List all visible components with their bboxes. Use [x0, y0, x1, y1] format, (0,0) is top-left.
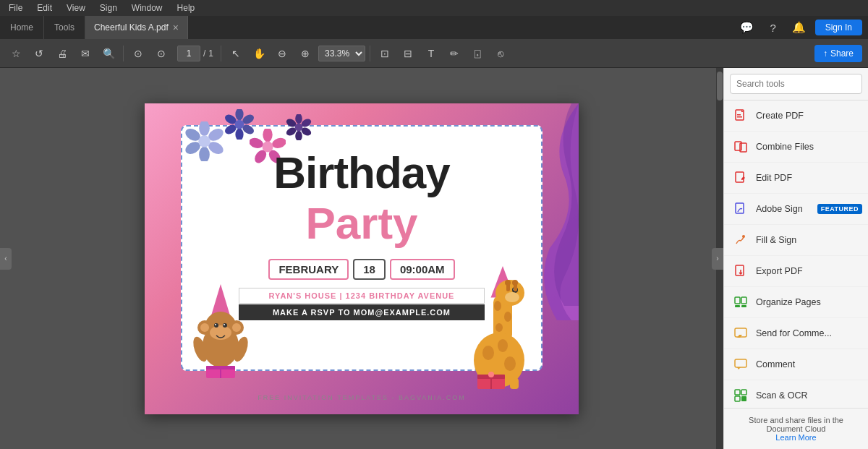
stamp-button[interactable]: ⎋	[490, 43, 511, 64]
svg-rect-80	[735, 305, 740, 307]
svg-point-23	[295, 130, 302, 140]
pdf-viewer[interactable]: ‹	[0, 68, 723, 449]
card-day: 18	[353, 259, 386, 280]
hand-tool-button[interactable]: ✋	[249, 43, 269, 64]
menu-bar: File Edit View Sign Window Help	[0, 0, 868, 16]
svg-point-50	[495, 323, 503, 332]
export-pdf-icon	[733, 263, 749, 279]
tool-item-comment[interactable]: Comment	[724, 349, 868, 380]
zoom-out-button[interactable]: ⊖	[272, 43, 292, 64]
crop-button[interactable]: ⊟	[398, 43, 418, 64]
tool-label-adobe-sign: Adobe Sign	[756, 204, 803, 214]
tool-item-fill-sign[interactable]: Fill & Sign	[724, 225, 868, 256]
prev-page-button[interactable]: ⊙	[128, 43, 148, 64]
svg-rect-84	[735, 390, 740, 395]
pen-tool-button[interactable]: ✏	[444, 43, 464, 64]
help-icon[interactable]: ?	[763, 17, 783, 38]
svg-point-6	[198, 135, 210, 147]
svg-rect-85	[741, 390, 746, 395]
tab-home[interactable]: Home	[0, 16, 44, 39]
fit-page-button[interactable]: ⊡	[375, 43, 395, 64]
rotate-left-button[interactable]: ↺	[29, 43, 49, 64]
tools-footer-text: Store and share files in the Document Cl…	[749, 416, 843, 433]
sign-in-button[interactable]: Sign In	[815, 20, 862, 35]
send-comment-icon	[733, 325, 749, 341]
tool-label-fill-sign: Fill & Sign	[756, 235, 796, 245]
zoom-selector[interactable]: 33.3% 50% 75% 100%	[318, 46, 365, 61]
svg-point-10	[235, 128, 243, 139]
zoom-in-button[interactable]: ⊕	[295, 43, 315, 64]
tab-tools[interactable]: Tools	[44, 16, 85, 39]
tool-item-send-comment[interactable]: Send for Comme...	[724, 318, 868, 349]
giraffe-illustration	[463, 262, 542, 389]
menu-window[interactable]: Window	[129, 1, 166, 14]
toolbar: ☆ ↺ 🖨 ✉ 🔍 ⊙ ⊙ / 1 ↖ ✋ ⊖ ⊕ 33.3% 50% 75% …	[0, 39, 868, 68]
tool-label-send-comment: Send for Comme...	[756, 328, 832, 338]
card-month: FEBRUARY	[268, 259, 349, 280]
card-rsvp: MAKE A RSVP TO MOM@EXAMPLE.COM	[239, 304, 485, 320]
next-page-button[interactable]: ⊙	[151, 43, 171, 64]
tool-item-export-pdf[interactable]: Export PDF	[724, 256, 868, 287]
tab-close-icon[interactable]: ×	[173, 22, 179, 33]
tool-item-organize-pages[interactable]: Organize Pages	[724, 287, 868, 318]
tool-item-scan-ocr[interactable]: Scan & OCR	[724, 380, 868, 408]
svg-point-38	[215, 324, 216, 325]
flower-dark-purple	[286, 114, 312, 140]
markup-button[interactable]: ⌺	[467, 43, 488, 64]
edit-pdf-icon	[733, 170, 749, 186]
page-total: 1	[208, 48, 213, 59]
viewer-scrollbar-thumb[interactable]	[717, 72, 723, 101]
tool-item-combine-files[interactable]: Combine Files	[724, 132, 868, 163]
svg-rect-71	[737, 116, 742, 118]
add-text-button[interactable]: T	[421, 43, 441, 64]
menu-edit[interactable]: Edit	[34, 1, 55, 14]
svg-rect-86	[735, 396, 740, 401]
tab-bar: Home Tools Cheerful Kids A.pdf × 💬 ? 🔔 S…	[0, 16, 868, 39]
svg-point-56	[505, 280, 511, 286]
scroll-handle-left[interactable]: ‹	[0, 248, 12, 270]
menu-sign[interactable]: Sign	[97, 1, 120, 14]
tools-panel: Create PDF Combine Files Edit PDF A	[723, 68, 868, 449]
menu-file[interactable]: File	[6, 1, 25, 14]
print-button[interactable]: 🖨	[52, 43, 72, 64]
adobe-sign-icon	[733, 201, 749, 217]
card-address: RYAN'S HOUSE | 1234 BIRTHDAY AVENUE MAKE…	[239, 288, 485, 320]
svg-point-14	[263, 129, 272, 142]
notification-icon[interactable]: 🔔	[789, 17, 809, 38]
toolbar-right: ↑ Share	[814, 45, 862, 62]
tool-item-adobe-sign[interactable]: Adobe Sign FEATURED	[724, 194, 868, 225]
tool-label-combine-files: Combine Files	[756, 142, 814, 152]
tool-label-organize-pages: Organize Pages	[756, 297, 821, 307]
tools-search-input[interactable]	[730, 74, 862, 94]
main-content: ‹	[0, 68, 868, 449]
svg-point-36	[214, 323, 218, 328]
card-title-birthday: Birthday	[145, 147, 579, 198]
fill-sign-icon	[733, 232, 749, 248]
tool-item-create-pdf[interactable]: Create PDF	[724, 101, 868, 132]
email-button[interactable]: ✉	[75, 43, 95, 64]
page-number-input[interactable]	[177, 46, 200, 61]
menu-help[interactable]: Help	[174, 1, 198, 14]
chat-icon[interactable]: 💬	[737, 17, 757, 38]
search-button[interactable]: 🔍	[98, 43, 119, 64]
toolbar-divider-3	[370, 46, 370, 61]
menu-view[interactable]: View	[64, 1, 88, 14]
svg-point-61	[498, 339, 508, 352]
share-icon: ↑	[823, 48, 827, 59]
card-time: 09:00AM	[390, 259, 455, 280]
tools-footer-link[interactable]: Learn More	[775, 433, 816, 442]
svg-point-49	[504, 312, 511, 322]
tab-doc[interactable]: Cheerful Kids A.pdf ×	[85, 16, 188, 39]
svg-rect-87	[741, 396, 746, 401]
svg-point-62	[504, 356, 516, 371]
card-date-row: FEBRUARY 18 09:00AM	[239, 259, 485, 280]
tool-item-edit-pdf[interactable]: Edit PDF	[724, 163, 868, 194]
select-tool-button[interactable]: ↖	[226, 43, 246, 64]
bookmark-button[interactable]: ☆	[6, 43, 26, 64]
svg-rect-81	[741, 305, 746, 307]
share-button[interactable]: ↑ Share	[814, 45, 862, 62]
svg-point-26	[295, 123, 303, 131]
svg-point-39	[224, 324, 225, 325]
birthday-card: Birthday Party FEBRUARY 18 09:00AM RYAN'…	[145, 103, 579, 414]
scroll-handle-right[interactable]: ›	[712, 248, 723, 270]
